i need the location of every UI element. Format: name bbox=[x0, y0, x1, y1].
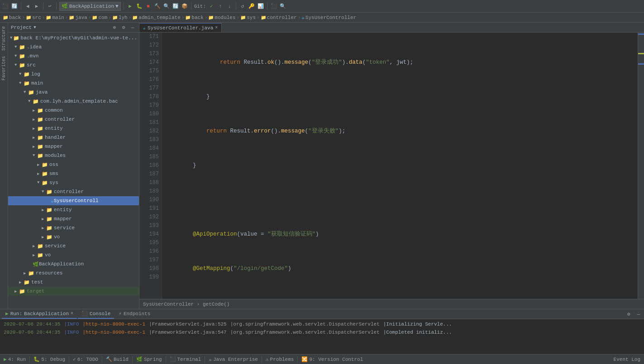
tab-sys-user-controller[interactable]: ☕ SysUserController.java × bbox=[139, 23, 222, 32]
tree-entity[interactable]: ▶ 📁 entity bbox=[8, 124, 139, 133]
back-button[interactable]: ◀ bbox=[24, 3, 31, 10]
search-button[interactable]: 🔍 bbox=[279, 3, 286, 10]
app-dropdown[interactable]: 🌿 BackApplication ▼ bbox=[59, 2, 121, 11]
toolbar-icon-3[interactable]: ↩ bbox=[46, 3, 53, 10]
tree-test[interactable]: ▶ 📁 test bbox=[8, 278, 139, 287]
tree-oss[interactable]: ▶ 📁 oss bbox=[8, 160, 139, 169]
tree-main[interactable]: ▼ 📁 main bbox=[8, 79, 139, 88]
run-close[interactable]: × bbox=[71, 311, 73, 316]
code-text: "登录成功" bbox=[312, 58, 342, 67]
toolbar-icon-5[interactable]: 🔄 bbox=[172, 3, 179, 10]
console-tab[interactable]: ⬛ Console bbox=[78, 310, 114, 319]
tree-sys-controller[interactable]: ▼ 📁 controller bbox=[8, 187, 139, 196]
toolbar-icon-1[interactable]: ⬛ bbox=[2, 3, 9, 10]
folder-icon: 📁 bbox=[46, 225, 52, 231]
tree-back-app[interactable]: 🌿 BackApplication bbox=[8, 260, 139, 269]
git-check[interactable]: ✓ bbox=[208, 3, 215, 10]
tree-sms[interactable]: ▶ 📁 sms bbox=[8, 169, 139, 178]
toolbar-icon-10[interactable]: ⬛ bbox=[270, 3, 277, 10]
tree-label: vo bbox=[54, 234, 60, 240]
tree-log[interactable]: ▼ 📁 log bbox=[8, 70, 139, 79]
tree-root[interactable]: ▼ 📁 back E:\myProject\myGit\admin-vue-te… bbox=[8, 33, 139, 43]
tree-sys-service[interactable]: ▶ 📁 service bbox=[8, 223, 139, 232]
tree-vo[interactable]: ▶ 📁 vo bbox=[8, 251, 139, 260]
tree-com[interactable]: ▼ 📁 com.lyh.admin_template.bac bbox=[8, 97, 139, 106]
git-pull[interactable]: ↓ bbox=[226, 3, 233, 10]
tree-label: handler bbox=[45, 135, 66, 140]
close-panel-icon[interactable]: — bbox=[635, 311, 642, 318]
log-level: |INFO bbox=[64, 330, 79, 335]
status-spring[interactable]: 🌿 Spring bbox=[134, 356, 164, 362]
settings-icon[interactable]: ⚙ bbox=[120, 24, 127, 31]
tree-sys-vo[interactable]: ▶ 📁 vo bbox=[8, 232, 139, 241]
tree-sys-mapper[interactable]: ▶ 📁 mapper bbox=[8, 214, 139, 223]
log-line-2: 2020-07-06 20:44:35 |INFO |http-nio-8000… bbox=[4, 328, 640, 336]
tree-sys-user-controller[interactable]: ☕ SysUserControll bbox=[8, 196, 139, 205]
git-push[interactable]: ↑ bbox=[217, 3, 224, 10]
breadcrumb-modules[interactable]: 📁 modules bbox=[208, 15, 235, 20]
toolbar-icon-4[interactable]: 🔍 bbox=[163, 3, 170, 10]
status-java-enterprise[interactable]: ☕ Java Enterprise bbox=[207, 356, 260, 362]
status-event-log[interactable]: Event Log bbox=[612, 357, 642, 362]
tree-sys[interactable]: ▼ 📁 sys bbox=[8, 178, 139, 187]
problems-label: Problems bbox=[270, 357, 294, 362]
tree-common[interactable]: ▶ 📁 common bbox=[8, 106, 139, 115]
code-text: ) bbox=[315, 230, 319, 239]
log-time: 2020-07-06 20:44:35 bbox=[4, 330, 60, 335]
breadcrumb-main[interactable]: 📁 main bbox=[46, 15, 64, 20]
toolbar-icon-8[interactable]: 🔑 bbox=[248, 3, 255, 10]
status-build[interactable]: 🔨 Build bbox=[104, 356, 130, 362]
tree-service[interactable]: ▶ 📁 service bbox=[8, 241, 139, 251]
toolbar-icon-9[interactable]: 📊 bbox=[257, 3, 264, 10]
tree-java[interactable]: ▼ 📁 java bbox=[8, 88, 139, 97]
breadcrumb-lyh[interactable]: 📁 lyh bbox=[112, 15, 128, 20]
tree-mapper[interactable]: ▶ 📁 mapper bbox=[8, 142, 139, 151]
toolbar-icon-7[interactable]: ↺ bbox=[239, 3, 246, 10]
tree-modules[interactable]: ▼ 📁 modules bbox=[8, 151, 139, 160]
tree-target[interactable]: ▶ 📁 target bbox=[8, 287, 139, 296]
tree-resources[interactable]: ▶ 📁 resources bbox=[8, 269, 139, 278]
breadcrumb-controller[interactable]: 📁 controller bbox=[261, 15, 297, 20]
status-terminal[interactable]: ⬛ Terminal bbox=[168, 356, 203, 362]
structure-tab[interactable]: Structure bbox=[0, 24, 7, 52]
breadcrumb-file[interactable]: ☕ SysUserController bbox=[301, 14, 356, 20]
status-run[interactable]: ▶ 4: Run bbox=[2, 356, 28, 362]
debug-icon[interactable]: 🐛 bbox=[136, 3, 143, 10]
tree-controller[interactable]: ▶ 📁 controller bbox=[8, 115, 139, 124]
status-problems[interactable]: ⚠ Problems bbox=[264, 356, 296, 362]
stop-icon[interactable]: ■ bbox=[145, 3, 152, 10]
add-icon[interactable]: ⊕ bbox=[111, 24, 118, 31]
tab-close-button[interactable]: × bbox=[215, 25, 218, 30]
toolbar-icon-2[interactable]: 🔄 bbox=[11, 3, 18, 10]
tree-label: com.lyh.admin_template.bac bbox=[40, 99, 118, 104]
minimize-icon[interactable]: — bbox=[129, 24, 136, 31]
status-vcs[interactable]: 🔀 9: Version Control bbox=[300, 356, 365, 362]
favorites-tab[interactable]: Favorites bbox=[0, 54, 7, 82]
arrow: ▼ bbox=[14, 54, 19, 58]
tree-idea[interactable]: ▼ 📁 .idea bbox=[8, 43, 139, 52]
endpoints-tab[interactable]: ⚡ Endpoints bbox=[115, 310, 154, 319]
tree-mvn[interactable]: ▼ 📁 .mvn bbox=[8, 52, 139, 61]
toolbar-icon-6[interactable]: 📦 bbox=[181, 3, 188, 10]
settings-gear-icon[interactable]: ⚙ bbox=[625, 311, 632, 318]
forward-button[interactable]: ▶ bbox=[33, 3, 40, 10]
code-content[interactable]: return Result.ok().message("登录成功").data(… bbox=[162, 33, 638, 299]
breadcrumb-java[interactable]: 📁 java bbox=[69, 15, 87, 20]
status-todo[interactable]: ✓ 6: TODO bbox=[71, 356, 100, 362]
run-icon[interactable]: ▶ bbox=[127, 3, 134, 10]
status-breadcrumb: SysUserController › getCode() bbox=[139, 299, 644, 309]
breadcrumb-src[interactable]: 📁 src bbox=[26, 15, 41, 20]
breadcrumb-admin[interactable]: 📁 admin_template bbox=[132, 15, 180, 20]
breadcrumb-back[interactable]: 📁 back bbox=[3, 15, 21, 20]
breadcrumb-back2[interactable]: 📁 back bbox=[185, 15, 203, 20]
tree-handler[interactable]: ▶ 📁 handler bbox=[8, 133, 139, 142]
status-debug[interactable]: 🐛 5: Debug bbox=[32, 356, 67, 362]
breadcrumb-sys[interactable]: 📁 sys bbox=[240, 15, 256, 20]
breadcrumb-com[interactable]: 📁 com bbox=[92, 15, 107, 20]
log-class: |FrameworkServlet.java:525 bbox=[149, 321, 227, 327]
run-tab[interactable]: ▶ Run: BackApplication × bbox=[2, 310, 77, 319]
tree-sys-entity[interactable]: ▶ 📁 entity bbox=[8, 205, 139, 214]
code-text: message bbox=[285, 58, 309, 67]
tree-src[interactable]: ▼ 📁 src bbox=[8, 61, 139, 70]
build-icon[interactable]: 🔨 bbox=[154, 3, 161, 10]
